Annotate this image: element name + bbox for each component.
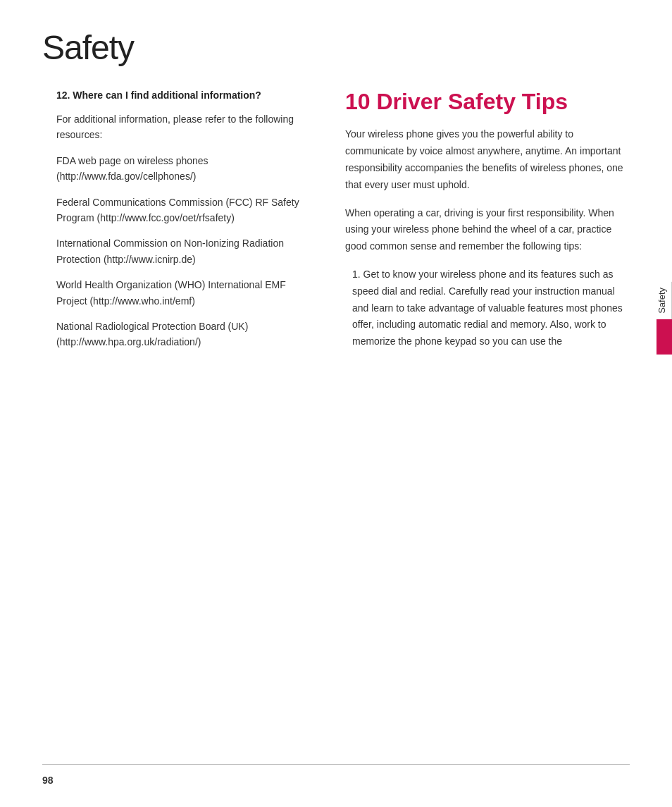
intro-text: For additional information, please refer… xyxy=(56,111,317,143)
resource-item-3: International Commission on Non-Ionizing… xyxy=(56,235,317,267)
side-tab-container: Safety xyxy=(652,282,672,355)
side-tab-label: Safety xyxy=(652,282,672,319)
resource-item-2: Federal Communications Commission (FCC) … xyxy=(56,195,317,226)
resource-item-5: National Radiological Protection Board (… xyxy=(56,319,317,350)
page-number: 98 xyxy=(42,775,54,786)
page-title: Safety xyxy=(0,0,672,81)
page-container: Safety 12. Where can I find additional i… xyxy=(0,0,672,807)
bottom-divider xyxy=(42,764,630,765)
right-column: 10 Driver Safety Tips Your wireless phon… xyxy=(345,88,630,362)
right-paragraph-1: Your wireless phone gives you the powerf… xyxy=(345,126,630,193)
resource-item-4: World Health Organization (WHO) Internat… xyxy=(56,277,317,309)
left-column: 12. Where can I find additional informat… xyxy=(56,88,317,362)
driver-safety-heading: 10 Driver Safety Tips xyxy=(345,88,630,115)
section-heading: 12. Where can I find additional informat… xyxy=(56,88,317,103)
right-paragraph-2: When operating a car, driving is your fi… xyxy=(345,205,630,255)
content-area: 12. Where can I find additional informat… xyxy=(0,81,672,390)
side-tab-bar xyxy=(657,319,672,355)
resource-item-1: FDA web page on wireless phones (http://… xyxy=(56,153,317,185)
tip-item-1: 1. Get to know your wireless phone and i… xyxy=(345,266,630,350)
